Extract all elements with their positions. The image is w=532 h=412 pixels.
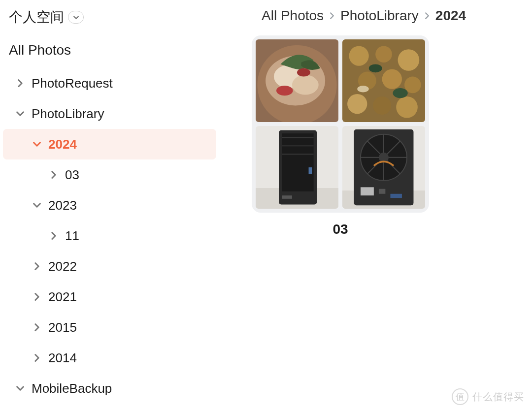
chevron-down-icon[interactable]: [16, 384, 25, 393]
svg-rect-39: [361, 187, 374, 195]
sidebar-root-all-photos[interactable]: All Photos: [0, 35, 219, 68]
svg-point-4: [292, 75, 319, 95]
tree-item-2024[interactable]: 2024: [3, 129, 216, 159]
tree-item-label: 2014: [48, 350, 77, 366]
chevron-right-icon[interactable]: [16, 79, 25, 88]
svg-point-10: [398, 49, 420, 71]
svg-rect-40: [379, 189, 385, 194]
chevron-right-icon: [424, 12, 431, 19]
tree-item-photolibrary[interactable]: PhotoLibrary: [3, 98, 216, 129]
main-content: All Photos PhotoLibrary 2024: [219, 0, 532, 412]
tree-item-photorequest[interactable]: PhotoRequest: [3, 68, 216, 98]
tree-item-11[interactable]: 11: [3, 221, 216, 251]
breadcrumb: All Photos PhotoLibrary 2024: [229, 5, 522, 35]
svg-point-13: [404, 77, 421, 94]
tree-item-2021[interactable]: 2021: [3, 282, 216, 312]
space-dropdown-button[interactable]: [68, 11, 84, 24]
space-selector: 个人空间: [0, 5, 219, 35]
space-label: 个人空间: [9, 8, 64, 27]
watermark-text: 什么值得买: [472, 390, 524, 404]
tree-item-label: 2024: [48, 137, 77, 152]
breadcrumb-item[interactable]: PhotoLibrary: [340, 8, 419, 24]
tree-item-2014[interactable]: 2014: [3, 343, 216, 373]
svg-point-6: [297, 68, 310, 77]
watermark: 值 什么值得买: [452, 388, 524, 405]
chevron-right-icon[interactable]: [33, 292, 41, 301]
chevron-down-icon[interactable]: [16, 109, 25, 118]
thumbnail-seafood-mix: [342, 39, 425, 122]
thumbnail-food-dish: [256, 39, 338, 122]
svg-point-19: [357, 86, 369, 92]
tree-item-label: 03: [65, 167, 79, 183]
breadcrumb-current[interactable]: 2024: [435, 8, 466, 24]
svg-rect-41: [390, 194, 402, 198]
tree-item-label: 2015: [48, 320, 77, 335]
folder-tree: PhotoRequestPhotoLibrary2024032023112022…: [0, 68, 219, 404]
svg-point-18: [393, 88, 407, 98]
thumbnail-nas-front: [256, 126, 338, 209]
folder-card-03[interactable]: [252, 35, 429, 213]
chevron-right-icon[interactable]: [33, 323, 41, 332]
chevron-right-icon[interactable]: [49, 231, 58, 240]
chevron-down-icon[interactable]: [33, 140, 41, 149]
tree-item-label: 2021: [48, 289, 77, 305]
svg-point-9: [375, 46, 392, 63]
tree-item-2022[interactable]: 2022: [3, 251, 216, 282]
chevron-right-icon[interactable]: [49, 170, 58, 179]
svg-point-5: [276, 86, 293, 95]
svg-rect-23: [282, 133, 314, 191]
svg-rect-27: [309, 167, 312, 174]
svg-point-16: [396, 96, 418, 118]
sidebar: 个人空间 All Photos PhotoRequestPhotoLibrary…: [0, 0, 219, 412]
svg-point-8: [349, 46, 368, 65]
chevron-right-icon[interactable]: [33, 353, 41, 362]
tree-item-03[interactable]: 03: [3, 159, 216, 190]
svg-rect-28: [282, 195, 292, 199]
tree-item-label: 2023: [48, 198, 77, 213]
tree-item-2015[interactable]: 2015: [3, 312, 216, 343]
tree-item-label: 11: [65, 228, 79, 244]
breadcrumb-item[interactable]: All Photos: [262, 8, 324, 24]
svg-point-15: [373, 96, 391, 115]
svg-point-17: [369, 64, 382, 72]
tree-item-label: PhotoLibrary: [32, 106, 104, 122]
tree-item-mobilebackup[interactable]: MobileBackup: [3, 373, 216, 404]
tree-item-2023[interactable]: 2023: [3, 190, 216, 221]
chevron-right-icon[interactable]: [33, 262, 41, 271]
tree-item-label: PhotoRequest: [32, 76, 113, 91]
svg-point-12: [382, 69, 402, 89]
watermark-badge-icon: 值: [452, 388, 468, 405]
tree-item-label: 2022: [48, 259, 77, 274]
thumbnail-nas-back-fan: [342, 126, 425, 209]
tree-item-label: MobileBackup: [32, 381, 112, 396]
chevron-down-icon[interactable]: [33, 201, 41, 210]
folder-label: 03: [252, 222, 429, 237]
svg-point-14: [347, 94, 367, 114]
chevron-down-icon: [73, 15, 79, 20]
chevron-right-icon: [329, 12, 335, 19]
